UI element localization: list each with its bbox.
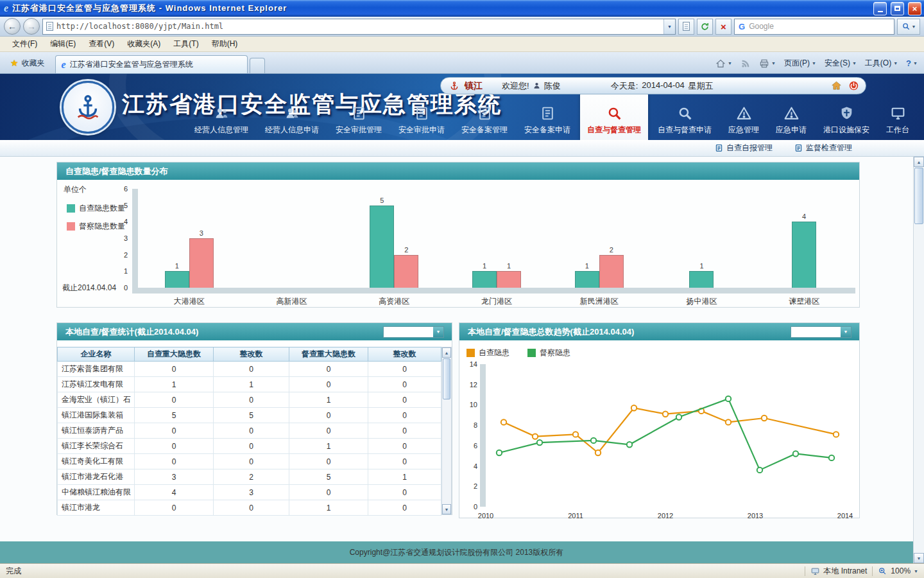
cell-count: 1 — [289, 500, 368, 516]
logout-power-icon[interactable] — [848, 80, 859, 91]
cell-count: 0 — [289, 423, 368, 439]
trend-point — [762, 416, 767, 421]
bar-value-label: 2 — [592, 246, 631, 254]
home-shortcut-icon[interactable] — [831, 80, 842, 91]
line-chart: 自查隐患 督察隐患 02468101214 — [459, 340, 859, 520]
google-logo-icon: G — [739, 22, 745, 31]
back-button[interactable]: ← — [4, 18, 21, 35]
cell-count: 1 — [289, 392, 368, 408]
menu-view[interactable]: 查看(V) — [83, 37, 120, 51]
nav-item-self-supervision-mgmt[interactable]: 自查与督查管理 — [580, 91, 648, 140]
cell-count: 0 — [135, 392, 214, 408]
scrollbar-thumb[interactable] — [443, 358, 450, 399]
nav-item-safety-record-apply[interactable]: 安全备案申请 — [517, 100, 578, 140]
menu-edit[interactable]: 编辑(E) — [44, 37, 81, 51]
tools-menu-button[interactable]: 工具(O)▼ — [865, 58, 898, 69]
table-row[interactable]: 镇江港国际集装箱5500 — [58, 408, 441, 423]
trend-filter-select[interactable]: ▼ — [791, 326, 851, 338]
favorites-button[interactable]: ★ 收藏夹 — [4, 55, 51, 71]
col-inspect-fixed: 整改数 — [368, 347, 441, 362]
nav-item-safety-approval-apply[interactable]: 安全审批申请 — [391, 100, 452, 140]
bar-新民洲港区-自查隐患数量: 1 — [575, 271, 599, 288]
bar-value-label: 3 — [182, 229, 221, 237]
subnav-self-report-mgmt[interactable]: 自查自报管理 — [715, 143, 773, 153]
table-row[interactable]: 镇江市港龙石化港3251 — [58, 469, 441, 485]
cell-count: 0 — [214, 454, 289, 469]
stat-filter-select[interactable]: ▼ — [383, 326, 444, 338]
user-name: 陈俊 — [544, 80, 561, 92]
bar-x-axis: 大港港区高新港区高资港区龙门港区新民洲港区扬中港区谏壁港区 — [138, 293, 855, 307]
table-row[interactable]: 金海宏业（镇江）石0010 — [58, 392, 441, 408]
nav-item-safety-record-mgmt[interactable]: 安全备案管理 — [454, 100, 515, 140]
bar-y-axis: 6543210 — [116, 189, 130, 288]
cell-count: 4 — [135, 485, 214, 500]
home-button[interactable]: ▼ — [715, 58, 732, 69]
scroll-down-icon[interactable]: ▼ — [442, 504, 451, 514]
scroll-up-icon[interactable]: ▲ — [914, 157, 924, 167]
nav-item-self-supervision-apply[interactable]: 自查与督查申请 — [651, 100, 719, 140]
bar-value-label: 2 — [387, 246, 425, 254]
table-row[interactable]: 镇江恒泰沥青产品0000 — [58, 423, 441, 439]
trend-point — [834, 432, 839, 437]
compatibility-view-button[interactable] — [678, 19, 694, 35]
safety-menu-button[interactable]: 安全(S)▼ — [825, 58, 857, 69]
close-button[interactable]: × — [908, 2, 921, 15]
minimize-button[interactable] — [873, 2, 887, 15]
date-display: 今天是: 2014-04-04 星期五 — [611, 80, 714, 92]
browser-tab[interactable]: e 江苏省港口安全监管与应急管理系统 — [55, 55, 248, 73]
stop-button[interactable]: × — [715, 19, 732, 35]
cell-count: 0 — [214, 439, 289, 454]
nav-item-emergency-mgmt[interactable]: 应急管理 — [721, 100, 766, 140]
printer-icon — [759, 58, 769, 69]
refresh-button[interactable] — [697, 19, 713, 35]
scrollbar-thumb[interactable] — [914, 168, 923, 224]
cell-count: 5 — [289, 469, 368, 485]
table-scrollbar[interactable]: ▲ ▼ — [441, 347, 452, 515]
bar-group: 11 — [445, 189, 548, 288]
bar-value-label: 5 — [363, 197, 401, 204]
feeds-button[interactable] — [740, 58, 751, 69]
table-row[interactable]: 镇江李长荣综合石0010 — [58, 439, 441, 454]
table-row[interactable]: 镇江奇美化工有限0000 — [58, 454, 441, 469]
bar-category-label: 扬中港区 — [651, 293, 753, 307]
help-menu-button[interactable]: ?▼ — [906, 58, 918, 68]
line-y-tick: 12 — [470, 381, 477, 389]
table-row[interactable]: 中储粮镇江粮油有限4300 — [58, 485, 441, 500]
page-menu-button[interactable]: 页面(P)▼ — [784, 58, 816, 69]
address-input[interactable]: http://localhost:8080/yjpt/Main.html ▼ — [42, 19, 676, 35]
nav-item-emergency-apply[interactable]: 应急申请 — [769, 100, 814, 140]
page-icon — [46, 22, 53, 31]
nav-item-workbench[interactable]: 工作台 — [879, 100, 916, 140]
scroll-down-icon[interactable]: ▼ — [914, 553, 924, 563]
chevron-down-icon: ▼ — [433, 327, 443, 337]
menu-file[interactable]: 文件(F) — [6, 37, 43, 51]
menu-help[interactable]: 帮助(H) — [206, 37, 244, 51]
search-button[interactable]: ▼ — [897, 19, 920, 35]
zoom-control[interactable]: 100% ▼ — [878, 566, 918, 576]
nav-item-operator-info-mgmt[interactable]: 经营人信息管理 — [187, 100, 255, 140]
copyright-text: Copyright@江苏省交通规划设计院股份有限公司 2013版权所有 — [350, 547, 564, 558]
table-row[interactable]: 江苏索普集团有限0000 — [58, 362, 441, 377]
print-button[interactable]: ▼ — [759, 58, 776, 69]
forward-button[interactable]: → — [23, 18, 40, 35]
nav-item-port-facility-security[interactable]: 港口设施保安 — [816, 100, 877, 140]
line-y-tick: 8 — [474, 421, 477, 429]
table-row[interactable]: 江苏镇江发电有限1100 — [58, 377, 441, 392]
tab-bar: ★ 收藏夹 e 江苏省港口安全监管与应急管理系统 ▼ ▼ 页面(P)▼ 安全(S… — [0, 52, 924, 74]
bar-谏壁港区-自查隐患数量: 4 — [792, 222, 816, 288]
address-dropdown-icon[interactable]: ▼ — [663, 19, 675, 34]
scroll-up-icon[interactable]: ▲ — [442, 347, 451, 358]
cell-count: 0 — [289, 362, 368, 377]
table-row[interactable]: 镇江市港龙0010 — [58, 500, 441, 516]
subnav-supervision-check-mgmt[interactable]: 监督检查管理 — [794, 143, 852, 153]
line-y-tick: 14 — [470, 360, 477, 368]
new-tab-button[interactable] — [250, 58, 265, 73]
menu-favorites[interactable]: 收藏夹(A) — [121, 37, 166, 51]
nav-item-operator-info-apply[interactable]: 经营人信息申请 — [258, 100, 326, 140]
search-input[interactable]: G Google — [734, 19, 894, 35]
maximize-button[interactable] — [891, 2, 904, 15]
nav-item-safety-approval-mgmt[interactable]: 安全审批管理 — [329, 100, 389, 140]
menu-tools[interactable]: 工具(T) — [167, 37, 204, 51]
command-bar: ▼ ▼ 页面(P)▼ 安全(S)▼ 工具(O)▼ ?▼ — [715, 58, 920, 69]
page-scrollbar[interactable]: ▲ ▼ — [913, 157, 924, 563]
